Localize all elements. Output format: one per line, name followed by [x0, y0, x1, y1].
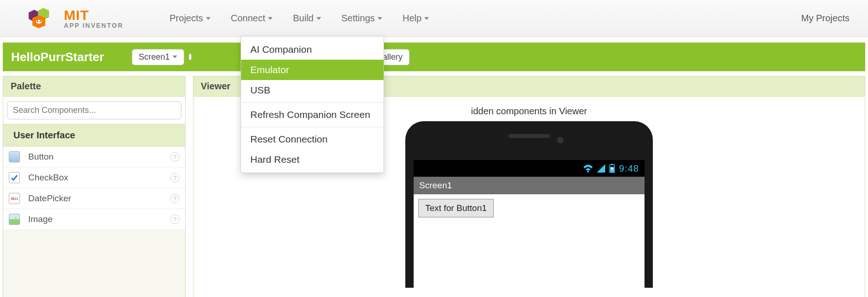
- caret-down-icon: [173, 56, 177, 58]
- help-icon[interactable]: ?: [170, 215, 180, 224]
- caret-down-icon: [316, 17, 321, 20]
- help-icon[interactable]: ?: [170, 194, 180, 203]
- palette-item-image[interactable]: ● Image ?: [3, 209, 185, 230]
- help-icon[interactable]: ?: [170, 173, 180, 182]
- palette-category-header[interactable]: User Interface: [3, 124, 185, 147]
- caret-down-icon: [206, 17, 211, 20]
- connect-emulator[interactable]: Emulator: [241, 60, 384, 80]
- logo-sub-label: APP INVENTOR: [64, 22, 124, 29]
- connect-refresh[interactable]: Refresh Companion Screen: [241, 105, 384, 125]
- hidden-button-fragment[interactable]: [189, 54, 192, 60]
- search-components-input[interactable]: [7, 101, 181, 119]
- help-icon[interactable]: ?: [170, 152, 180, 161]
- logo-text: MIT APP INVENTOR: [64, 8, 124, 29]
- palette-item-label: CheckBox: [28, 173, 162, 183]
- component-list: Button ? CheckBox ? 2011 DatePicker ? ●: [3, 147, 185, 230]
- connect-usb[interactable]: USB: [241, 80, 384, 100]
- status-time: 9:48: [619, 163, 639, 174]
- signal-icon: [597, 164, 605, 173]
- svg-point-4: [37, 20, 38, 21]
- app-logo[interactable]: MIT APP INVENTOR: [28, 8, 124, 29]
- caret-down-icon: [424, 17, 429, 20]
- phone-speaker-icon: [508, 134, 550, 138]
- top-bar: MIT APP INVENTOR Projects Connect Build …: [0, 0, 868, 37]
- caret-down-icon: [268, 17, 273, 20]
- palette-panel: Palette User Interface Button ? CheckBox…: [3, 76, 186, 297]
- svg-marker-7: [597, 164, 605, 173]
- menu-help[interactable]: Help: [403, 13, 429, 24]
- menu-build[interactable]: Build: [293, 13, 321, 24]
- search-wrap: [3, 97, 185, 124]
- svg-point-3: [36, 20, 42, 24]
- palette-item-datepicker[interactable]: 2011 DatePicker ?: [3, 188, 185, 209]
- calendar-icon: 2011: [9, 193, 20, 204]
- preview-button1[interactable]: Text for Button1: [418, 199, 494, 217]
- wifi-icon: [583, 164, 593, 173]
- connect-ai-companion[interactable]: AI Companion: [241, 39, 384, 60]
- menu-connect[interactable]: Connect: [231, 13, 273, 24]
- menu-projects[interactable]: Projects: [170, 13, 211, 24]
- palette-item-label: DatePicker: [28, 193, 162, 204]
- top-menu: Projects Connect Build Settings Help: [170, 13, 429, 24]
- checkbox-icon: [9, 172, 20, 183]
- menu-label: Connect: [231, 13, 266, 24]
- palette-item-button[interactable]: Button ?: [3, 147, 185, 167]
- palette-item-label: Button: [28, 152, 162, 162]
- project-bar: HelloPurrStarter Screen1 blish to Galler…: [3, 43, 865, 71]
- app-titlebar: Screen1: [414, 177, 645, 194]
- connect-dropdown: AI Companion Emulator USB Refresh Compan…: [241, 36, 384, 173]
- svg-point-6: [587, 171, 589, 173]
- menu-label: Settings: [341, 13, 375, 24]
- screen-selector-label: Screen1: [139, 52, 170, 62]
- phone-camera-icon: [557, 137, 564, 143]
- menu-label: Build: [293, 13, 313, 24]
- button-icon: [9, 151, 20, 162]
- svg-point-5: [40, 20, 41, 21]
- phone-statusbar: 9:48: [414, 160, 645, 177]
- menu-divider: [241, 102, 384, 103]
- project-title: HelloPurrStarter: [11, 50, 104, 64]
- palette-item-label: Image: [28, 214, 162, 224]
- screen-selector-button[interactable]: Screen1: [132, 49, 184, 65]
- menu-label: Projects: [170, 13, 203, 24]
- phone-screen: 9:48 Screen1 Text for Button1: [414, 160, 645, 288]
- palette-header: Palette: [3, 76, 185, 97]
- battery-icon: [609, 164, 615, 173]
- menu-settings[interactable]: Settings: [341, 13, 382, 24]
- app-body[interactable]: Text for Button1: [414, 194, 645, 222]
- svg-rect-9: [611, 164, 613, 165]
- connect-hard-reset[interactable]: Hard Reset: [241, 149, 384, 170]
- image-icon: ●: [9, 214, 20, 225]
- phone-preview: 9:48 Screen1 Text for Button1: [405, 121, 653, 288]
- logo-mit-label: MIT: [64, 8, 124, 22]
- main-area: Palette User Interface Button ? CheckBox…: [0, 71, 868, 297]
- menu-divider: [241, 127, 384, 127]
- my-projects-link[interactable]: My Projects: [801, 13, 849, 24]
- connect-reset[interactable]: Reset Connection: [241, 129, 384, 149]
- menu-label: Help: [403, 13, 422, 24]
- palette-item-checkbox[interactable]: CheckBox ?: [3, 167, 185, 188]
- logo-icon: [28, 8, 60, 29]
- caret-down-icon: [378, 17, 382, 20]
